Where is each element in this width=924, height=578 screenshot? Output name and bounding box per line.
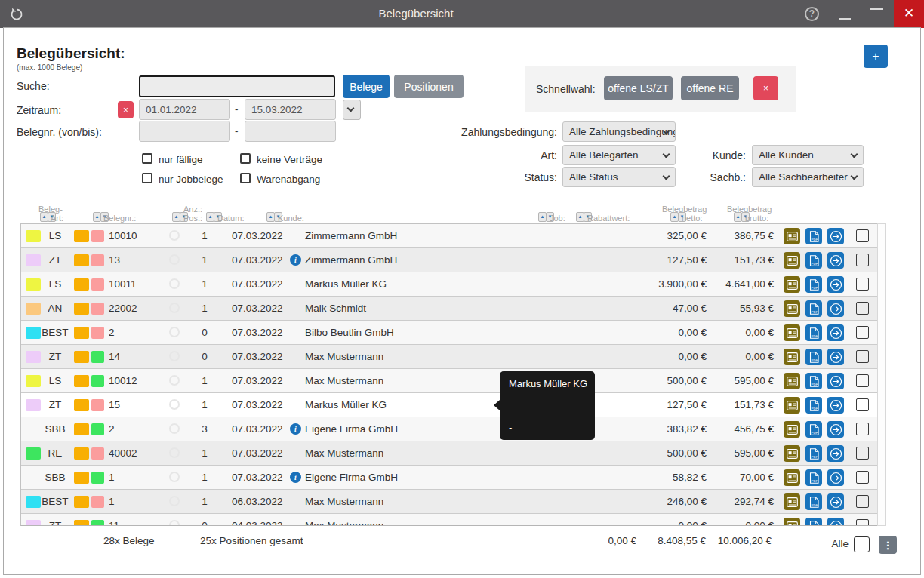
offene-re-button[interactable]: offene RE: [681, 76, 739, 100]
table-row[interactable]: RE40002107.03.2022Max Mustermann500,00 €…: [21, 441, 877, 466]
open-beleg-button[interactable]: [827, 324, 844, 341]
refresh-icon[interactable]: [9, 7, 24, 22]
table-row[interactable]: LS10011107.03.2022Markus Müller KG3.900,…: [21, 272, 877, 297]
date-range-dropdown-button[interactable]: [343, 100, 361, 120]
more-options-button[interactable]: ⋮: [879, 536, 897, 554]
pdf-button[interactable]: PDF: [805, 252, 822, 269]
kunde-card-button[interactable]: [784, 252, 800, 269]
table-row[interactable]: LS10012107.03.2022Max Mustermann500,00 €…: [21, 369, 877, 393]
pdf-button[interactable]: PDF: [805, 421, 822, 438]
table-row[interactable]: SBB1107.03.2022iEigene Firma GmbH58,82 €…: [21, 466, 877, 490]
kunde-card-button[interactable]: [784, 518, 800, 526]
checkbox-nur-faellige[interactable]: [142, 153, 152, 164]
select-kunde[interactable]: Alle Kunden: [752, 145, 864, 165]
belegnr-to-input[interactable]: [245, 121, 336, 142]
zeitraum-clear-button[interactable]: ×: [118, 101, 134, 118]
pdf-button[interactable]: PDF: [805, 469, 822, 486]
table-row[interactable]: ZT13107.03.2022iZimmermann GmbH127,50 €1…: [21, 248, 877, 272]
minimize-button[interactable]: [839, 18, 851, 20]
info-icon[interactable]: i: [290, 254, 301, 266]
pdf-button[interactable]: PDF: [805, 349, 822, 365]
checkbox-nur-jobbelege[interactable]: [142, 173, 152, 183]
row-checkbox[interactable]: [856, 302, 869, 315]
row-checkbox[interactable]: [856, 495, 869, 508]
maximize-button[interactable]: [870, 8, 883, 10]
select-sachbearbeiter[interactable]: Alle Sachbearbeiter: [752, 167, 864, 187]
pdf-button[interactable]: PDF: [805, 373, 822, 389]
alle-checkbox[interactable]: [854, 536, 870, 552]
row-checkbox[interactable]: [856, 423, 869, 435]
kunde-card-button[interactable]: [784, 421, 800, 438]
help-icon[interactable]: ?: [805, 7, 819, 21]
table-row[interactable]: ZT15107.03.2022Markus Müller KG127,50 €1…: [21, 393, 877, 417]
open-beleg-button[interactable]: [827, 228, 844, 244]
open-beleg-button[interactable]: [827, 445, 844, 462]
kunde-card-button[interactable]: [784, 300, 800, 317]
kunde-card-button[interactable]: [784, 397, 800, 414]
table-row[interactable]: ZT14007.03.2022Max Mustermann0,00 €0,00 …: [21, 345, 877, 369]
open-beleg-button[interactable]: [827, 469, 844, 486]
info-icon[interactable]: i: [290, 472, 301, 483]
positionen-button[interactable]: Positionen: [394, 75, 464, 98]
pdf-button[interactable]: PDF: [805, 324, 822, 341]
schnellwahl-clear-button[interactable]: ×: [753, 76, 778, 100]
pdf-button[interactable]: PDF: [805, 445, 822, 462]
kunde-card-button[interactable]: [784, 445, 800, 462]
row-checkbox[interactable]: [856, 471, 869, 484]
kunde-card-button[interactable]: [784, 373, 800, 389]
row-checkbox[interactable]: [856, 447, 869, 460]
open-beleg-button[interactable]: [827, 421, 844, 438]
date-to-input[interactable]: [245, 99, 336, 120]
kunde-card-button[interactable]: [784, 276, 800, 293]
kunde-card-button[interactable]: [784, 493, 800, 510]
pdf-button[interactable]: PDF: [805, 228, 822, 244]
row-checkbox[interactable]: [856, 254, 869, 266]
row-checkbox[interactable]: [856, 398, 869, 411]
close-button[interactable]: ✕: [894, 0, 924, 28]
open-beleg-button[interactable]: [827, 252, 844, 269]
pdf-button[interactable]: PDF: [805, 300, 822, 317]
belege-button[interactable]: Belege: [343, 75, 390, 98]
checkbox-warenabgang[interactable]: [240, 173, 251, 183]
pdf-button[interactable]: PDF: [805, 493, 822, 510]
add-button[interactable]: +: [864, 45, 888, 68]
table-row[interactable]: SBB2307.03.2022iEigene Firma GmbH383,82 …: [21, 417, 877, 441]
open-beleg-button[interactable]: [827, 397, 844, 414]
row-checkbox[interactable]: [856, 374, 869, 387]
open-beleg-button[interactable]: [827, 300, 844, 317]
pdf-button[interactable]: PDF: [805, 397, 822, 414]
kunde-card-button[interactable]: [784, 349, 800, 365]
pdf-button[interactable]: PDF: [805, 276, 822, 293]
date-from-input[interactable]: [139, 99, 230, 120]
table-row[interactable]: AN22002107.03.2022Maik Schmidt47,00 €55,…: [21, 297, 877, 321]
belegnr-from-input[interactable]: [139, 121, 230, 142]
pdf-button[interactable]: PDF: [805, 518, 822, 526]
kunde-card-button[interactable]: [784, 469, 800, 486]
row-checkbox[interactable]: [856, 350, 869, 363]
table-row[interactable]: BEST1106.03.2022Max Mustermann246,00 €29…: [21, 490, 877, 514]
select-status[interactable]: Alle Status: [562, 167, 676, 187]
row-checkbox[interactable]: [856, 519, 869, 526]
status-circle-icon: [169, 351, 180, 361]
info-icon[interactable]: i: [290, 423, 301, 435]
open-beleg-button[interactable]: [827, 276, 844, 293]
kunde-card-button[interactable]: [784, 228, 800, 244]
select-art[interactable]: Alle Belegarten: [562, 145, 676, 165]
offene-lszt-button[interactable]: offene LS/ZT: [604, 76, 673, 100]
open-beleg-button[interactable]: [827, 373, 844, 389]
open-beleg-button[interactable]: [827, 518, 844, 526]
table-scrollbar[interactable]: [877, 223, 886, 526]
open-beleg-button[interactable]: [827, 349, 844, 365]
open-beleg-button[interactable]: [827, 493, 844, 510]
row-checkbox[interactable]: [856, 326, 869, 339]
search-input[interactable]: [139, 75, 335, 97]
table-row[interactable]: ZT11004.03.2022Max Mustermann0,00 €0,00 …: [21, 514, 877, 526]
row-checkbox[interactable]: [856, 229, 869, 242]
table-row[interactable]: LS10010107.03.2022Zimmermann GmbH325,00 …: [21, 224, 877, 248]
row-checkbox[interactable]: [856, 278, 869, 291]
select-zahlungsbedingung[interactable]: Alle Zahlungsbedingungen: [562, 121, 676, 142]
kunde-card-button[interactable]: [784, 324, 800, 341]
table-row[interactable]: BEST2007.03.2022Bilbo Beutlin GmbH0,00 €…: [21, 321, 877, 345]
belegart-swatch: [26, 327, 41, 339]
checkbox-keine-vertraege[interactable]: [240, 153, 251, 164]
